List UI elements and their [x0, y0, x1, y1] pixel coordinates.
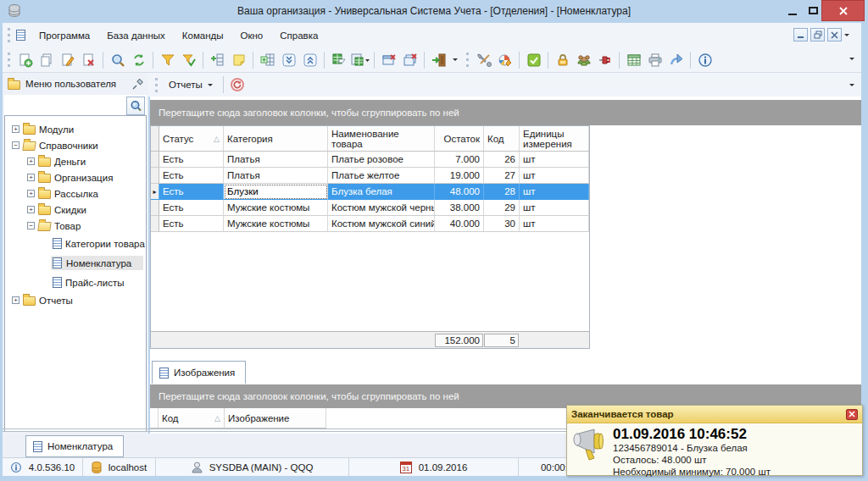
filter-icon[interactable] [157, 49, 178, 71]
menu-window[interactable]: Окно [232, 27, 272, 44]
close-window-icon[interactable] [378, 49, 399, 71]
expand-plus-icon[interactable]: + [27, 190, 35, 197]
menu-database[interactable]: База данных [98, 27, 174, 44]
cell-category[interactable]: Мужские костюмы [224, 200, 328, 216]
cell-unit[interactable]: шт [520, 200, 589, 216]
cell-category[interactable]: Платья [224, 168, 328, 184]
delete-record-icon[interactable] [78, 49, 99, 71]
tree-search-input[interactable] [6, 97, 123, 115]
info-icon[interactable] [694, 49, 715, 71]
nomenclature-bottom-tab[interactable]: Номенклатура [25, 435, 124, 457]
cell-unit[interactable]: шт [520, 216, 589, 232]
tools-icon[interactable] [473, 49, 494, 71]
lock-icon[interactable] [552, 49, 573, 71]
edit-record-icon[interactable] [57, 49, 78, 71]
apply-icon[interactable] [523, 49, 544, 71]
cell-code[interactable]: 28 [484, 184, 520, 200]
cell-stock[interactable]: 40.000 [435, 216, 484, 232]
tree-item-reports[interactable]: + Отчеты [5, 292, 146, 308]
images-tab[interactable]: Изображения [152, 361, 246, 384]
notification-header[interactable]: Заканчивается товар [567, 406, 862, 423]
cell-name[interactable]: Костюм мужской черный [328, 200, 435, 216]
cell-name[interactable]: Блузка белая [328, 184, 435, 200]
grid-row[interactable]: Есть Мужские костюмы Костюм мужской черн… [151, 200, 589, 216]
column-header-status[interactable]: Статус △ [159, 126, 224, 151]
mdi-restore-button[interactable] [810, 28, 825, 41]
tree-item-price-lists[interactable]: Прайс-листы [5, 273, 146, 292]
mdi-close-button[interactable] [827, 28, 842, 41]
tree-item-mailing[interactable]: + Рассылка [5, 185, 146, 202]
cell-category[interactable]: Мужские костюмы [224, 216, 328, 232]
cell-code[interactable]: 30 [484, 216, 520, 232]
tree-search-button[interactable] [126, 97, 145, 115]
grid-row[interactable]: Есть Мужские костюмы Костюм мужской сини… [151, 216, 589, 232]
column-header-name[interactable]: Наименование товара [328, 126, 435, 151]
expand-plus-icon[interactable]: + [27, 174, 35, 181]
reports-overflow-caret-icon[interactable] [849, 84, 854, 86]
maximize-button[interactable] [804, 0, 822, 21]
cell-status[interactable]: Есть [159, 152, 224, 168]
toolbar-grip-handle[interactable] [466, 53, 469, 67]
tree-item-money[interactable]: + Деньги [5, 153, 146, 169]
column-header-category[interactable]: Категория [224, 126, 328, 151]
timer-icon[interactable] [227, 74, 248, 96]
export-excel-icon[interactable] [328, 49, 349, 71]
cell-name[interactable]: Платье розовое [328, 152, 435, 168]
column-header-image[interactable]: Изображение [225, 408, 326, 428]
cell-status[interactable]: Есть [159, 200, 224, 216]
menu-grip-handle[interactable] [8, 28, 10, 42]
grid-settings-icon[interactable] [623, 49, 644, 71]
cell-code[interactable]: 27 [484, 168, 520, 184]
cell-unit[interactable]: шт [520, 184, 589, 200]
collapse-minus-icon[interactable]: − [12, 141, 19, 149]
menu-program[interactable]: Программа [31, 27, 98, 44]
filter-check-icon[interactable] [178, 49, 199, 71]
column-header-stock[interactable]: Остаток [435, 126, 484, 151]
grid-row[interactable]: Есть Платья Платье розовое 7.000 26 шт [151, 152, 589, 168]
exit-icon[interactable] [428, 49, 449, 71]
tree-item-directories[interactable]: − Справочники [5, 137, 146, 153]
expand-plus-icon[interactable]: + [27, 158, 35, 165]
mdi-minimize-button[interactable] [793, 28, 808, 41]
tree-item-modules[interactable]: + Модули [5, 121, 146, 137]
collapse-minus-icon[interactable]: − [27, 222, 35, 229]
cell-unit[interactable]: шт [520, 152, 589, 168]
duplicate-record-icon[interactable] [36, 49, 57, 71]
cell-name[interactable]: Костюм мужской синий [328, 216, 435, 232]
toolbar-overflow-caret-icon[interactable] [849, 58, 854, 60]
cell-category-focused[interactable]: Блузки [224, 184, 328, 200]
grid-row[interactable]: Есть Платья Платье желтое 19.000 27 шт [151, 168, 589, 184]
cell-stock[interactable]: 7.000 [435, 152, 484, 168]
notification-close-button[interactable] [846, 409, 858, 420]
mdi-options-caret-icon[interactable] [844, 34, 849, 36]
grid-row-selected[interactable]: ▸ Есть Блузки Блузка белая 48.000 28 шт [151, 184, 589, 200]
column-header-image-code[interactable]: Код △ [159, 408, 225, 428]
cell-stock[interactable]: 38.000 [435, 200, 484, 216]
cell-status[interactable]: Есть [159, 216, 224, 232]
cell-stock[interactable]: 19.000 [435, 168, 484, 184]
reports-button[interactable]: Отчеты [162, 76, 220, 93]
plugin-icon[interactable] [594, 49, 615, 71]
search-icon[interactable] [107, 49, 128, 71]
column-header-unit[interactable]: Единицы измерения [520, 126, 589, 151]
collapse-all-icon[interactable] [278, 49, 299, 71]
cell-unit[interactable]: шт [520, 168, 589, 184]
menu-commands[interactable]: Команды [174, 27, 232, 44]
close-all-windows-icon[interactable] [399, 49, 420, 71]
users-icon[interactable] [573, 49, 594, 71]
minimize-button[interactable] [783, 0, 802, 21]
add-field-icon[interactable] [207, 49, 228, 71]
pin-icon[interactable] [132, 79, 143, 90]
tree-search-box[interactable] [4, 95, 147, 117]
menu-help[interactable]: Справка [271, 27, 326, 44]
share-icon[interactable] [665, 49, 687, 71]
note-icon[interactable] [228, 49, 249, 71]
toolbar-grip-handle[interactable] [8, 53, 10, 67]
column-plus-icon[interactable] [257, 49, 278, 71]
add-record-icon[interactable] [14, 49, 36, 71]
cell-stock[interactable]: 48.000 [435, 184, 484, 200]
export-excel-options-icon[interactable] [349, 49, 370, 71]
cell-status[interactable]: Есть [159, 168, 224, 184]
tree-item-nomenclature[interactable]: Номенклатура [5, 253, 146, 273]
expand-plus-icon[interactable]: + [12, 125, 19, 133]
